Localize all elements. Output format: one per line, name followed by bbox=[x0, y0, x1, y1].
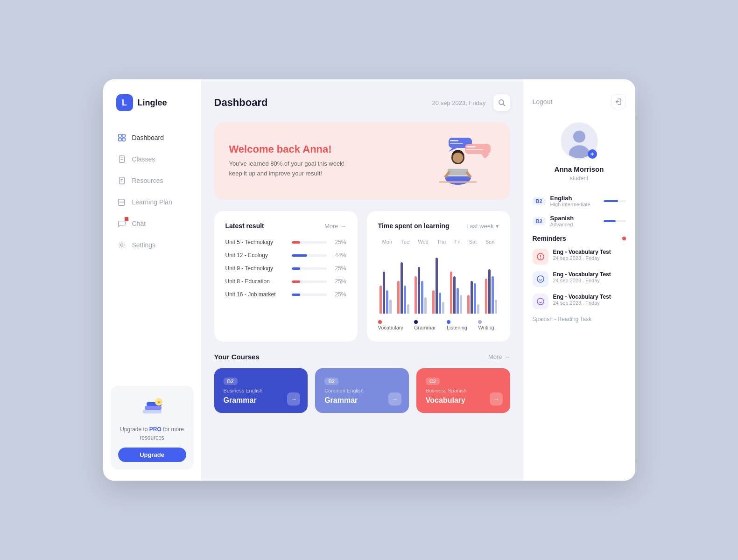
progress-bar bbox=[292, 294, 327, 296]
sidebar-item-resources[interactable]: Resources bbox=[111, 171, 194, 190]
svg-point-40 bbox=[537, 276, 544, 282]
lang-progress-fill bbox=[604, 220, 616, 222]
nav: Dashboard Classes bbox=[103, 128, 201, 386]
chart-day-label: Fri bbox=[455, 239, 461, 245]
reminder-date: 24 sep.2023 . Friday bbox=[553, 255, 611, 261]
reminder-name: Eng - Vocabulary Test bbox=[553, 294, 611, 300]
reminders-header: Reminders bbox=[533, 235, 626, 242]
file-icon bbox=[117, 154, 127, 164]
reading-task-label: Spanish - Reading Task bbox=[533, 316, 626, 322]
language-item: B2 English High intermediate bbox=[533, 195, 626, 207]
search-button[interactable] bbox=[493, 94, 510, 111]
chart-bar bbox=[492, 276, 494, 314]
add-photo-button[interactable]: + bbox=[588, 149, 597, 159]
chart-bar bbox=[474, 283, 476, 314]
progress-fill bbox=[292, 294, 301, 296]
chart-legend: VocabularyGrammarListeningWriting bbox=[378, 319, 499, 330]
reminders-section: Reminders Eng - Vocabulary Test 24 sep.2… bbox=[533, 235, 626, 466]
reminder-item: Eng - Vocabulary Test 24 sep.2023 . Frid… bbox=[533, 249, 626, 265]
lang-name: Spanish bbox=[550, 215, 599, 222]
svg-rect-21 bbox=[450, 143, 463, 144]
course-card[interactable]: B2 Business English Grammar → bbox=[214, 368, 308, 413]
time-chart-header: Time spent on learning Last week ▾ bbox=[378, 222, 499, 230]
chart-bar bbox=[401, 262, 403, 314]
legend-dot bbox=[414, 320, 418, 324]
progress-fill bbox=[292, 241, 301, 244]
svg-rect-13 bbox=[145, 406, 162, 410]
chart-bar bbox=[386, 290, 388, 314]
course-arrow-icon: → bbox=[287, 392, 300, 406]
course-arrow-icon: → bbox=[388, 392, 401, 406]
chart-bar bbox=[442, 302, 444, 314]
svg-rect-2 bbox=[118, 138, 121, 141]
lang-badge: B2 bbox=[533, 217, 546, 225]
gear-icon bbox=[117, 240, 127, 250]
course-subtitle: Business English bbox=[224, 388, 299, 393]
progress-bar bbox=[292, 254, 327, 257]
svg-point-11 bbox=[120, 244, 123, 246]
grid-icon bbox=[117, 133, 127, 142]
progress-pct: 25% bbox=[332, 265, 346, 272]
reminder-icon bbox=[533, 249, 548, 265]
upgrade-button[interactable]: Upgrade bbox=[118, 448, 186, 462]
chat-icon bbox=[117, 219, 127, 228]
chart-bar bbox=[432, 290, 435, 314]
chart-bar bbox=[436, 258, 438, 314]
result-item: Unit 5 - Technology 25% bbox=[225, 239, 346, 245]
chevron-down-icon: ▾ bbox=[496, 223, 499, 230]
upgrade-illustration: ★ bbox=[138, 393, 166, 421]
result-label: Unit 12 - Ecology bbox=[225, 252, 286, 259]
page-title: Dashboard bbox=[214, 97, 268, 109]
logout-button[interactable] bbox=[611, 94, 626, 109]
result-label: Unit 9 - Technology bbox=[225, 265, 286, 272]
reminder-date: 24 sep.2023 . Friday bbox=[553, 278, 611, 283]
progress-pct: 25% bbox=[332, 239, 346, 245]
latest-result-more[interactable]: More → bbox=[324, 223, 346, 230]
chart-period[interactable]: Last week ▾ bbox=[466, 223, 499, 230]
svg-rect-24 bbox=[466, 146, 476, 147]
chart-bar bbox=[421, 281, 423, 314]
progress-bar bbox=[292, 241, 327, 244]
lang-name: English bbox=[550, 195, 599, 202]
logout-label[interactable]: Logout bbox=[533, 98, 553, 105]
latest-result-title: Latest result bbox=[225, 222, 264, 230]
svg-rect-0 bbox=[118, 134, 121, 137]
reminder-item: Eng - Vocabulary Test 24 sep.2023 . Frid… bbox=[533, 271, 626, 287]
chart-days: MonTueWedThuFriSatSun bbox=[378, 239, 499, 245]
chart-bar bbox=[453, 276, 456, 314]
chart-day-label: Tue bbox=[401, 239, 409, 245]
sidebar-item-settings[interactable]: Settings bbox=[111, 235, 194, 255]
languages-list: B2 English High intermediate B2 Spanish … bbox=[533, 195, 626, 235]
sidebar-item-learning-plan[interactable]: Learning Plan bbox=[111, 192, 194, 212]
chart-bar bbox=[485, 279, 487, 314]
courses-more[interactable]: More → bbox=[488, 353, 510, 360]
upgrade-text: Upgrade to PRO for more resources bbox=[118, 425, 186, 442]
lang-info: Spanish Advanced bbox=[550, 215, 599, 227]
chart-day-label: Sun bbox=[485, 239, 495, 245]
svg-point-39 bbox=[540, 258, 541, 259]
sidebar-item-dashboard[interactable]: Dashboard bbox=[111, 128, 194, 147]
arrow-right-icon: → bbox=[504, 353, 510, 360]
file-text-icon bbox=[117, 176, 127, 185]
welcome-heading: Welcome back Anna! bbox=[229, 143, 345, 155]
courses-grid: B2 Business English Grammar → B2 Common … bbox=[214, 368, 510, 413]
course-card[interactable]: C2 Business Spanish Vocabulary → bbox=[416, 368, 510, 413]
chart-day-group bbox=[432, 258, 444, 314]
sidebar-item-chat[interactable]: Chat bbox=[111, 214, 194, 233]
progress-pct: 25% bbox=[332, 278, 346, 285]
course-card[interactable]: B2 Common English Grammar → bbox=[315, 368, 409, 413]
legend-item: Writing bbox=[478, 319, 499, 330]
chart-bar bbox=[404, 286, 406, 314]
sidebar-item-learning-plan-label: Learning Plan bbox=[132, 198, 172, 206]
reminders-list: Eng - Vocabulary Test 24 sep.2023 . Frid… bbox=[533, 249, 626, 309]
lang-level: High intermediate bbox=[550, 202, 599, 207]
course-subtitle: Business Spanish bbox=[426, 388, 501, 393]
legend-item: Grammar bbox=[414, 319, 440, 330]
welcome-illustration bbox=[421, 135, 495, 187]
upgrade-section: ★ Upgrade to PRO for more resources Upgr… bbox=[111, 386, 194, 469]
chart-bar bbox=[450, 272, 452, 314]
header-right: 20 sep 2023, Friday bbox=[432, 94, 510, 111]
brand-name: Linglee bbox=[138, 98, 167, 108]
sidebar-item-classes[interactable]: Classes bbox=[111, 149, 194, 169]
time-chart-title: Time spent on learning bbox=[378, 222, 450, 230]
